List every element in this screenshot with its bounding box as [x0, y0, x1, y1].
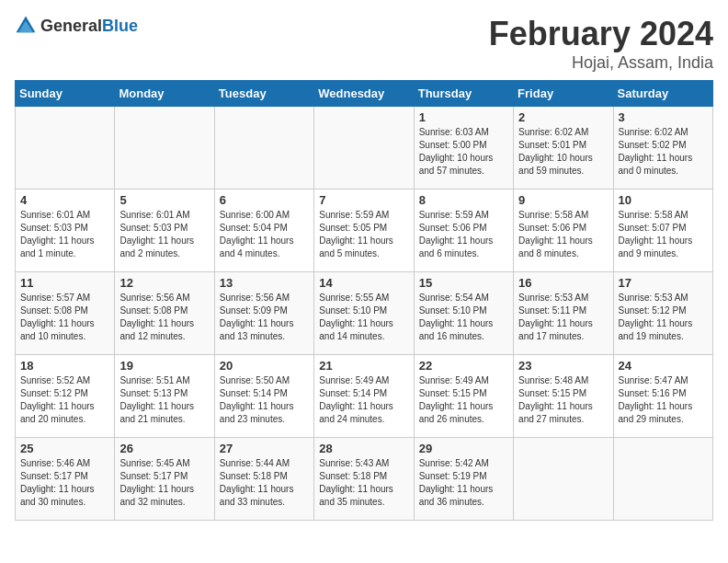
calendar-week: 18Sunrise: 5:52 AM Sunset: 5:12 PM Dayli…	[16, 355, 713, 438]
day-number: 25	[20, 442, 109, 455]
dow-header: Wednesday	[314, 81, 414, 107]
day-number: 28	[319, 442, 408, 455]
calendar-cell: 1Sunrise: 6:03 AM Sunset: 5:00 PM Daylig…	[414, 107, 513, 190]
calendar-cell: 5Sunrise: 6:01 AM Sunset: 5:03 PM Daylig…	[115, 190, 214, 272]
calendar-cell: 22Sunrise: 5:49 AM Sunset: 5:15 PM Dayli…	[414, 355, 513, 438]
calendar-cell: 9Sunrise: 5:58 AM Sunset: 5:06 PM Daylig…	[514, 190, 613, 272]
logo-general-text: General	[40, 17, 102, 35]
calendar-cell: 19Sunrise: 5:51 AM Sunset: 5:13 PM Dayli…	[115, 355, 214, 438]
day-number: 29	[419, 442, 508, 455]
calendar-cell: 15Sunrise: 5:54 AM Sunset: 5:10 PM Dayli…	[414, 272, 513, 355]
day-info: Sunrise: 5:55 AM Sunset: 5:10 PM Dayligh…	[319, 292, 408, 343]
day-info: Sunrise: 5:51 AM Sunset: 5:13 PM Dayligh…	[119, 374, 209, 426]
calendar-cell	[115, 107, 214, 190]
calendar-cell: 7Sunrise: 5:59 AM Sunset: 5:05 PM Daylig…	[314, 190, 414, 272]
calendar-cell: 14Sunrise: 5:55 AM Sunset: 5:10 PM Dayli…	[314, 272, 414, 355]
day-number: 14	[319, 276, 408, 290]
calendar-cell: 20Sunrise: 5:50 AM Sunset: 5:14 PM Dayli…	[214, 355, 313, 438]
dow-header: Sunday	[16, 81, 115, 107]
day-info: Sunrise: 5:42 AM Sunset: 5:19 PM Dayligh…	[419, 457, 508, 509]
calendar-cell: 8Sunrise: 5:59 AM Sunset: 5:06 PM Daylig…	[414, 190, 513, 272]
dow-header: Tuesday	[214, 81, 313, 107]
day-number: 4	[20, 193, 109, 207]
day-info: Sunrise: 5:58 AM Sunset: 5:07 PM Dayligh…	[619, 209, 708, 260]
calendar-cell: 25Sunrise: 5:46 AM Sunset: 5:17 PM Dayli…	[16, 438, 115, 521]
day-number: 26	[119, 442, 209, 455]
page-title: February 2024	[489, 15, 713, 53]
day-number: 8	[419, 193, 508, 207]
days-of-week-row: SundayMondayTuesdayWednesdayThursdayFrid…	[16, 81, 713, 107]
day-info: Sunrise: 6:02 AM Sunset: 5:02 PM Dayligh…	[619, 126, 708, 178]
calendar-cell	[214, 107, 313, 190]
calendar-week: 11Sunrise: 5:57 AM Sunset: 5:08 PM Dayli…	[16, 272, 713, 355]
logo-blue-text: Blue	[102, 17, 138, 35]
calendar-week: 1Sunrise: 6:03 AM Sunset: 5:00 PM Daylig…	[16, 107, 713, 190]
day-info: Sunrise: 5:54 AM Sunset: 5:10 PM Dayligh…	[419, 292, 508, 343]
calendar-cell: 29Sunrise: 5:42 AM Sunset: 5:19 PM Dayli…	[414, 438, 513, 521]
day-info: Sunrise: 5:46 AM Sunset: 5:17 PM Dayligh…	[20, 457, 109, 509]
day-number: 20	[220, 359, 309, 373]
dow-header: Friday	[514, 81, 613, 107]
day-info: Sunrise: 5:49 AM Sunset: 5:15 PM Dayligh…	[419, 374, 508, 426]
day-info: Sunrise: 5:47 AM Sunset: 5:16 PM Dayligh…	[619, 374, 708, 426]
day-number: 16	[518, 276, 608, 290]
day-info: Sunrise: 5:48 AM Sunset: 5:15 PM Dayligh…	[518, 374, 608, 426]
day-info: Sunrise: 5:56 AM Sunset: 5:08 PM Dayligh…	[119, 292, 209, 343]
calendar-cell: 17Sunrise: 5:53 AM Sunset: 5:12 PM Dayli…	[613, 272, 712, 355]
calendar-cell: 18Sunrise: 5:52 AM Sunset: 5:12 PM Dayli…	[16, 355, 115, 438]
calendar-cell: 11Sunrise: 5:57 AM Sunset: 5:08 PM Dayli…	[16, 272, 115, 355]
day-number: 24	[619, 359, 708, 373]
day-info: Sunrise: 5:56 AM Sunset: 5:09 PM Dayligh…	[220, 292, 309, 343]
day-number: 6	[220, 193, 309, 207]
calendar-week: 25Sunrise: 5:46 AM Sunset: 5:17 PM Dayli…	[16, 438, 713, 521]
calendar-cell: 10Sunrise: 5:58 AM Sunset: 5:07 PM Dayli…	[613, 190, 712, 272]
calendar-cell: 6Sunrise: 6:00 AM Sunset: 5:04 PM Daylig…	[214, 190, 313, 272]
calendar-cell: 12Sunrise: 5:56 AM Sunset: 5:08 PM Dayli…	[115, 272, 214, 355]
day-info: Sunrise: 5:52 AM Sunset: 5:12 PM Dayligh…	[20, 374, 109, 426]
calendar-cell: 28Sunrise: 5:43 AM Sunset: 5:18 PM Dayli…	[314, 438, 414, 521]
calendar-cell	[613, 438, 712, 521]
dow-header: Monday	[115, 81, 214, 107]
day-number: 5	[119, 193, 209, 207]
day-number: 21	[319, 359, 408, 373]
calendar-cell: 26Sunrise: 5:45 AM Sunset: 5:17 PM Dayli…	[115, 438, 214, 521]
day-info: Sunrise: 5:45 AM Sunset: 5:17 PM Dayligh…	[119, 457, 209, 509]
day-info: Sunrise: 5:59 AM Sunset: 5:05 PM Dayligh…	[319, 209, 408, 260]
day-number: 9	[518, 193, 608, 207]
title-area: February 2024 Hojai, Assam, India	[489, 15, 713, 73]
day-info: Sunrise: 6:01 AM Sunset: 5:03 PM Dayligh…	[20, 209, 109, 260]
calendar-cell: 3Sunrise: 6:02 AM Sunset: 5:02 PM Daylig…	[613, 107, 712, 190]
calendar-body: 1Sunrise: 6:03 AM Sunset: 5:00 PM Daylig…	[16, 107, 713, 521]
day-info: Sunrise: 6:03 AM Sunset: 5:00 PM Dayligh…	[419, 126, 508, 178]
day-number: 10	[619, 193, 708, 207]
day-info: Sunrise: 6:01 AM Sunset: 5:03 PM Dayligh…	[119, 209, 209, 260]
calendar-cell: 23Sunrise: 5:48 AM Sunset: 5:15 PM Dayli…	[514, 355, 613, 438]
day-info: Sunrise: 5:49 AM Sunset: 5:14 PM Dayligh…	[319, 374, 408, 426]
day-info: Sunrise: 5:57 AM Sunset: 5:08 PM Dayligh…	[20, 292, 109, 343]
day-info: Sunrise: 5:44 AM Sunset: 5:18 PM Dayligh…	[220, 457, 309, 509]
calendar-cell: 16Sunrise: 5:53 AM Sunset: 5:11 PM Dayli…	[514, 272, 613, 355]
day-number: 17	[619, 276, 708, 290]
day-info: Sunrise: 5:53 AM Sunset: 5:12 PM Dayligh…	[619, 292, 708, 343]
day-info: Sunrise: 5:43 AM Sunset: 5:18 PM Dayligh…	[319, 457, 408, 509]
day-number: 23	[518, 359, 608, 373]
day-number: 12	[119, 276, 209, 290]
day-number: 2	[518, 110, 608, 124]
calendar-cell: 4Sunrise: 6:01 AM Sunset: 5:03 PM Daylig…	[16, 190, 115, 272]
day-number: 18	[20, 359, 109, 373]
calendar-cell	[16, 107, 115, 190]
day-info: Sunrise: 5:59 AM Sunset: 5:06 PM Dayligh…	[419, 209, 508, 260]
day-number: 15	[419, 276, 508, 290]
day-number: 11	[20, 276, 109, 290]
logo: GeneralBlue	[15, 15, 138, 37]
day-number: 27	[220, 442, 309, 455]
day-number: 22	[419, 359, 508, 373]
day-info: Sunrise: 6:02 AM Sunset: 5:01 PM Dayligh…	[518, 126, 608, 178]
day-number: 3	[619, 110, 708, 124]
day-number: 13	[220, 276, 309, 290]
calendar-week: 4Sunrise: 6:01 AM Sunset: 5:03 PM Daylig…	[16, 190, 713, 272]
calendar-cell: 13Sunrise: 5:56 AM Sunset: 5:09 PM Dayli…	[214, 272, 313, 355]
calendar-table: SundayMondayTuesdayWednesdayThursdayFrid…	[15, 80, 713, 521]
day-info: Sunrise: 5:53 AM Sunset: 5:11 PM Dayligh…	[518, 292, 608, 343]
dow-header: Saturday	[613, 81, 712, 107]
